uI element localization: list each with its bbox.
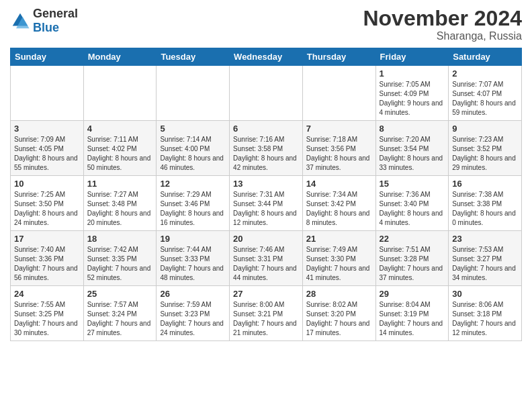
calendar-cell: 22Sunrise: 7:51 AM Sunset: 3:28 PM Dayli… [375, 231, 449, 286]
day-number: 19 [160, 234, 226, 244]
day-info: Sunrise: 7:34 AM Sunset: 3:42 PM Dayligh… [306, 190, 372, 228]
calendar-cell: 12Sunrise: 7:29 AM Sunset: 3:46 PM Dayli… [157, 176, 230, 231]
calendar-cell [230, 66, 303, 121]
calendar-cell: 1Sunrise: 7:05 AM Sunset: 4:09 PM Daylig… [375, 66, 449, 121]
calendar-cell: 14Sunrise: 7:34 AM Sunset: 3:42 PM Dayli… [302, 176, 375, 231]
calendar-cell: 29Sunrise: 8:04 AM Sunset: 3:19 PM Dayli… [375, 286, 449, 341]
calendar-cell: 4Sunrise: 7:11 AM Sunset: 4:02 PM Daylig… [83, 121, 157, 176]
calendar-cell: 19Sunrise: 7:44 AM Sunset: 3:33 PM Dayli… [157, 231, 230, 286]
header-row: Sunday Monday Tuesday Wednesday Thursday… [11, 48, 522, 66]
day-number: 20 [233, 234, 299, 244]
logo-blue: Blue [33, 21, 59, 34]
header: General Blue November 2024 Sharanga, Rus… [10, 7, 522, 42]
calendar-cell: 9Sunrise: 7:23 AM Sunset: 3:52 PM Daylig… [449, 121, 522, 176]
calendar-cell: 11Sunrise: 7:27 AM Sunset: 3:48 PM Dayli… [83, 176, 157, 231]
day-info: Sunrise: 7:27 AM Sunset: 3:48 PM Dayligh… [87, 190, 153, 228]
calendar-cell: 3Sunrise: 7:09 AM Sunset: 4:05 PM Daylig… [11, 121, 84, 176]
day-number: 28 [306, 289, 372, 299]
day-info: Sunrise: 7:09 AM Sunset: 4:05 PM Dayligh… [14, 135, 80, 173]
calendar-cell: 7Sunrise: 7:18 AM Sunset: 3:56 PM Daylig… [302, 121, 375, 176]
calendar-cell: 24Sunrise: 7:55 AM Sunset: 3:25 PM Dayli… [11, 286, 84, 341]
calendar-cell: 26Sunrise: 7:59 AM Sunset: 3:23 PM Dayli… [157, 286, 230, 341]
day-number: 25 [87, 289, 153, 299]
day-info: Sunrise: 7:14 AM Sunset: 4:00 PM Dayligh… [160, 135, 226, 173]
day-info: Sunrise: 8:06 AM Sunset: 3:18 PM Dayligh… [452, 300, 518, 338]
calendar-cell: 5Sunrise: 7:14 AM Sunset: 4:00 PM Daylig… [157, 121, 230, 176]
calendar-cell [83, 66, 157, 121]
logo-text: General Blue [33, 7, 78, 35]
header-tuesday: Tuesday [157, 48, 230, 66]
header-monday: Monday [83, 48, 157, 66]
calendar-cell [157, 66, 230, 121]
day-info: Sunrise: 7:18 AM Sunset: 3:56 PM Dayligh… [306, 135, 372, 173]
day-number: 30 [452, 289, 518, 299]
day-number: 5 [160, 124, 226, 134]
day-number: 8 [380, 124, 445, 134]
day-info: Sunrise: 7:25 AM Sunset: 3:50 PM Dayligh… [14, 190, 80, 228]
day-info: Sunrise: 7:11 AM Sunset: 4:02 PM Dayligh… [87, 135, 153, 173]
day-info: Sunrise: 7:44 AM Sunset: 3:33 PM Dayligh… [160, 245, 226, 283]
day-info: Sunrise: 7:20 AM Sunset: 3:54 PM Dayligh… [380, 135, 445, 173]
location: Sharanga, Russia [363, 30, 522, 42]
header-saturday: Saturday [449, 48, 522, 66]
day-number: 18 [87, 234, 153, 244]
day-info: Sunrise: 7:07 AM Sunset: 4:07 PM Dayligh… [452, 80, 518, 118]
page-container: General Blue November 2024 Sharanga, Rus… [0, 0, 532, 345]
calendar-cell: 10Sunrise: 7:25 AM Sunset: 3:50 PM Dayli… [11, 176, 84, 231]
day-number: 14 [306, 179, 372, 189]
calendar-cell: 30Sunrise: 8:06 AM Sunset: 3:18 PM Dayli… [449, 286, 522, 341]
calendar-cell [11, 66, 84, 121]
header-friday: Friday [375, 48, 449, 66]
day-info: Sunrise: 7:53 AM Sunset: 3:27 PM Dayligh… [452, 245, 518, 283]
header-thursday: Thursday [302, 48, 375, 66]
day-number: 3 [14, 124, 80, 134]
calendar-cell: 28Sunrise: 8:02 AM Sunset: 3:20 PM Dayli… [302, 286, 375, 341]
day-info: Sunrise: 7:05 AM Sunset: 4:09 PM Dayligh… [380, 80, 445, 118]
calendar-table: Sunday Monday Tuesday Wednesday Thursday… [10, 48, 522, 341]
calendar-cell: 2Sunrise: 7:07 AM Sunset: 4:07 PM Daylig… [449, 66, 522, 121]
day-number: 12 [160, 179, 226, 189]
day-info: Sunrise: 7:36 AM Sunset: 3:40 PM Dayligh… [380, 190, 445, 228]
calendar-cell: 8Sunrise: 7:20 AM Sunset: 3:54 PM Daylig… [375, 121, 449, 176]
day-number: 26 [160, 289, 226, 299]
calendar-week-2: 10Sunrise: 7:25 AM Sunset: 3:50 PM Dayli… [11, 176, 522, 231]
day-info: Sunrise: 7:16 AM Sunset: 3:58 PM Dayligh… [233, 135, 299, 173]
logo-general: General [33, 7, 78, 20]
logo: General Blue [10, 7, 78, 35]
day-number: 27 [233, 289, 299, 299]
day-number: 11 [87, 179, 153, 189]
day-number: 15 [380, 179, 445, 189]
day-info: Sunrise: 7:46 AM Sunset: 3:31 PM Dayligh… [233, 245, 299, 283]
day-number: 1 [380, 68, 445, 79]
day-info: Sunrise: 7:23 AM Sunset: 3:52 PM Dayligh… [452, 135, 518, 173]
calendar-cell: 15Sunrise: 7:36 AM Sunset: 3:40 PM Dayli… [375, 176, 449, 231]
calendar-cell: 16Sunrise: 7:38 AM Sunset: 3:38 PM Dayli… [449, 176, 522, 231]
calendar-week-3: 17Sunrise: 7:40 AM Sunset: 3:36 PM Dayli… [11, 231, 522, 286]
day-info: Sunrise: 8:04 AM Sunset: 3:19 PM Dayligh… [380, 300, 445, 338]
day-number: 9 [452, 124, 518, 134]
calendar-cell: 6Sunrise: 7:16 AM Sunset: 3:58 PM Daylig… [230, 121, 303, 176]
day-info: Sunrise: 7:42 AM Sunset: 3:35 PM Dayligh… [87, 245, 153, 283]
day-info: Sunrise: 8:02 AM Sunset: 3:20 PM Dayligh… [306, 300, 372, 338]
month-title: November 2024 [363, 7, 522, 30]
day-number: 13 [233, 179, 299, 189]
calendar-week-1: 3Sunrise: 7:09 AM Sunset: 4:05 PM Daylig… [11, 121, 522, 176]
day-info: Sunrise: 7:40 AM Sunset: 3:36 PM Dayligh… [14, 245, 80, 283]
day-info: Sunrise: 7:55 AM Sunset: 3:25 PM Dayligh… [14, 300, 80, 338]
day-info: Sunrise: 8:00 AM Sunset: 3:21 PM Dayligh… [233, 300, 299, 338]
calendar-week-4: 24Sunrise: 7:55 AM Sunset: 3:25 PM Dayli… [11, 286, 522, 341]
day-number: 24 [14, 289, 80, 299]
calendar-cell: 23Sunrise: 7:53 AM Sunset: 3:27 PM Dayli… [449, 231, 522, 286]
day-number: 6 [233, 124, 299, 134]
day-info: Sunrise: 7:38 AM Sunset: 3:38 PM Dayligh… [452, 190, 518, 228]
header-sunday: Sunday [11, 48, 84, 66]
logo-icon [10, 11, 30, 31]
title-area: November 2024 Sharanga, Russia [363, 7, 522, 42]
day-info: Sunrise: 7:29 AM Sunset: 3:46 PM Dayligh… [160, 190, 226, 228]
day-number: 4 [87, 124, 153, 134]
day-number: 10 [14, 179, 80, 189]
day-number: 23 [452, 234, 518, 244]
day-info: Sunrise: 7:31 AM Sunset: 3:44 PM Dayligh… [233, 190, 299, 228]
calendar-cell [302, 66, 375, 121]
calendar-cell: 20Sunrise: 7:46 AM Sunset: 3:31 PM Dayli… [230, 231, 303, 286]
